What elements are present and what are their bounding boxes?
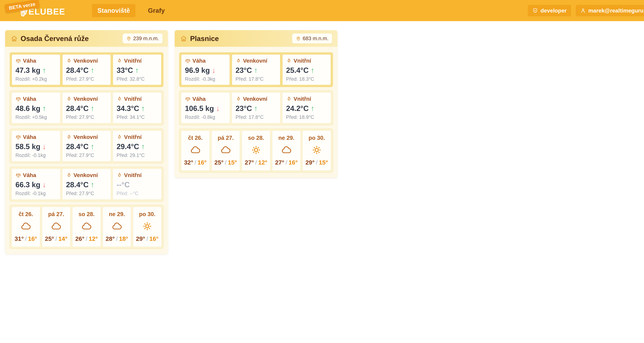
tile-label-text: Venkovní <box>243 58 268 64</box>
forecast-low: 14° <box>58 235 68 242</box>
forecast-high: 25° <box>214 159 224 166</box>
tile-label: Vnitřní <box>116 96 158 102</box>
role-badge[interactable]: developer <box>528 5 571 16</box>
outdoor-tile: Venkovní28.4°C↑Před: 27.9°C <box>62 169 111 200</box>
trend-up-icon: ↑ <box>91 105 94 112</box>
hive-sensor-row[interactable]: Váha96.9 kg↓Rozdíl: -0.3kgVenkovní23°C↑P… <box>179 53 333 87</box>
tile-label-text: Vnitřní <box>124 96 142 102</box>
forecast-tile: čt 26.32°/16° <box>181 131 210 171</box>
tile-label: Vnitřní <box>286 58 327 64</box>
outdoor-tile: Venkovní28.4°C↑Před: 27.9°C <box>62 92 111 123</box>
indoor-tile: Vnitřní33°C↑Před: 32.8°C <box>113 54 162 85</box>
trend-up-icon: ↑ <box>311 67 314 74</box>
forecast-tile: ne 29.27°/16° <box>272 131 301 171</box>
tile-label: Venkovní <box>66 58 107 64</box>
altitude-pill: 239 m.n.m. <box>122 34 162 44</box>
station-title-wrap: Osada Červená růže <box>10 35 89 43</box>
sensor-value: 66.3 kg <box>16 180 40 189</box>
sensor-sub-value: Před: 17.8°C <box>236 114 277 120</box>
sensor-sub-value: Před: 32.8°C <box>116 76 158 82</box>
forecast-high: 29° <box>306 159 315 166</box>
tile-label: Váha <box>16 96 56 102</box>
forecast-day: čt 26. <box>13 211 39 217</box>
forecast-tile: pá 27.25°/15° <box>212 131 240 171</box>
temperature-icon <box>286 96 292 102</box>
tile-value-row: 47.3 kg↑ <box>16 66 56 75</box>
home-icon <box>180 35 187 42</box>
tile-value-row: 25.4°C↑ <box>286 66 327 75</box>
tab-grafy[interactable]: Grafy <box>142 4 170 17</box>
trend-up-icon: ↑ <box>42 105 46 112</box>
trend-down-icon: ↓ <box>212 67 216 74</box>
sensor-sub-value: Před: 27.9°C <box>66 191 107 196</box>
altitude-value: 683 m.n.m. <box>303 36 328 41</box>
tile-label: Váha <box>16 58 56 64</box>
tile-label-text: Vnitřní <box>124 134 142 140</box>
sensor-value: 96.9 kg <box>185 66 210 75</box>
trend-up-icon: ↑ <box>254 67 258 74</box>
trend-up-icon: ↑ <box>91 181 94 188</box>
tile-value-row: 48.6 kg↑ <box>16 104 56 113</box>
tile-label: Vnitřní <box>116 172 158 178</box>
sensor-value: 28.4°C <box>66 66 88 75</box>
temperature-icon <box>66 172 72 178</box>
forecast-day: ne 29. <box>104 211 130 217</box>
sensor-sub-value: Před: 18.3°C <box>286 76 327 82</box>
forecast-day: čt 26. <box>182 135 208 141</box>
temperature-icon <box>66 96 72 102</box>
user-badge[interactable]: marek@realtimeguru.cz <box>576 5 644 16</box>
trend-up-icon: ↑ <box>91 67 94 74</box>
forecast-high: 28° <box>106 235 115 242</box>
forecast-low: 15° <box>228 159 237 166</box>
tile-label: Venkovní <box>236 58 277 64</box>
station-card-header: Plasnice683 m.n.m. <box>175 30 338 47</box>
hive-sensor-row[interactable]: Váha58.5 kg↓Rozdíl: -0.1kgVenkovní28.4°C… <box>10 129 163 163</box>
tile-label-text: Vnitřní <box>124 172 142 178</box>
stations-area: Osada Červená růže239 m.n.m.Váha47.3 kg↑… <box>0 21 644 254</box>
tile-label-text: Vnitřní <box>294 96 311 102</box>
tile-value-row: 28.4°C↑ <box>66 142 107 151</box>
indoor-tile: Vnitřní29.4°C↑Před: 29.1°C <box>113 131 162 161</box>
sensor-sub-value: Před: 27.9°C <box>66 114 107 120</box>
sensor-value: 29.4°C <box>116 142 139 151</box>
trend-up-icon: ↑ <box>141 143 145 150</box>
tile-value-row: 58.5 kg↓ <box>16 142 56 151</box>
hive-sensor-row[interactable]: Váha47.3 kg↑Rozdíl: +0.2kgVenkovní28.4°C… <box>10 53 163 87</box>
sun-icon <box>311 144 322 156</box>
sensor-sub-value: Rozdíl: -0.3kg <box>185 76 226 82</box>
sensor-sub-value: Rozdíl: -0.1kg <box>16 153 56 158</box>
tile-label: Venkovní <box>66 96 107 102</box>
outdoor-tile: Venkovní28.4°C↑Před: 27.9°C <box>62 54 111 85</box>
sensor-value: 34.3°C <box>116 104 139 113</box>
indoor-tile: Vnitřní34.3°C↑Před: 34.1°C <box>113 92 162 123</box>
trend-up-icon: ↑ <box>91 143 94 150</box>
tile-value-row: 33°C↑ <box>116 66 158 75</box>
forecast-high: 25° <box>45 235 54 242</box>
forecast-temps: 29°/15° <box>304 159 330 166</box>
sensor-value: 23°C <box>236 104 252 113</box>
tile-label: Váha <box>185 96 226 102</box>
sensor-sub-value: Před: 34.1°C <box>116 114 158 120</box>
weight-tile: Váha106.5 kg↓Rozdíl: -0.8kg <box>181 92 230 123</box>
tile-label: Vnitřní <box>116 58 158 64</box>
sun-icon <box>142 221 153 232</box>
sensor-value: 33°C <box>116 66 133 75</box>
trend-up-icon: ↑ <box>311 105 314 112</box>
temperature-icon <box>286 58 292 64</box>
forecast-temps: 28°/18° <box>104 235 130 242</box>
outdoor-tile: Venkovní23°C↑Před: 17.8°C <box>232 54 280 85</box>
forecast-tile: po 30.29°/15° <box>302 131 331 171</box>
tile-label-text: Váha <box>23 58 36 64</box>
tile-label: Venkovní <box>236 96 277 102</box>
cloud-icon <box>190 144 201 156</box>
temp-separator: / <box>54 235 58 242</box>
tile-value-row: 29.4°C↑ <box>116 142 158 151</box>
hive-sensor-row[interactable]: Váha48.6 kg↑Rozdíl: +0.5kgVenkovní28.4°C… <box>10 91 163 125</box>
hive-sensor-row[interactable]: Váha106.5 kg↓Rozdíl: -0.8kgVenkovní23°C↑… <box>179 91 333 125</box>
app-logo[interactable]: VELUBEE BETA verze <box>6 0 75 21</box>
tab-stanoviste[interactable]: Stanoviště <box>92 4 135 17</box>
sensor-value: 23°C <box>236 66 252 75</box>
topbar-right: developer marek@realtimeguru.cz <box>528 4 644 18</box>
forecast-low: 16° <box>28 235 37 242</box>
hive-sensor-row[interactable]: Váha66.3 kg↓Rozdíl: -0.1kgVenkovní28.4°C… <box>10 167 163 201</box>
